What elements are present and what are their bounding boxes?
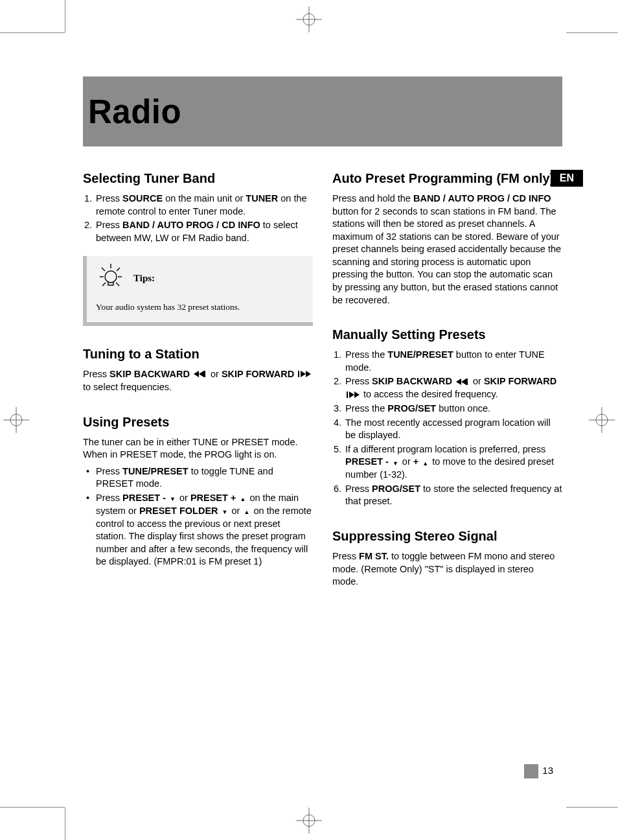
triangle-down-icon <box>170 492 176 505</box>
list-item: Press PROG/SET to store the selected fre… <box>344 483 562 508</box>
crop-mark <box>65 808 65 840</box>
svg-marker-21 <box>199 371 204 377</box>
chapter-title: Radio <box>88 93 181 131</box>
section-tuning-station: Tuning to a Station Press SKIP BACKWARD … <box>83 345 313 394</box>
svg-marker-30 <box>349 391 354 398</box>
list-item: Press the PROG/SET button once. <box>344 402 562 415</box>
registration-mark-bottom <box>296 808 322 834</box>
triangle-up-icon <box>244 505 249 518</box>
triangle-up-icon <box>240 492 246 505</box>
paragraph: Press SKIP BACKWARD or SKIP FORWARD to s… <box>83 368 313 394</box>
crop-mark <box>566 32 618 33</box>
svg-rect-23 <box>298 371 299 377</box>
crop-mark <box>566 807 618 808</box>
list-item: Press TUNE/PRESET to toggle TUNE and PRE… <box>86 465 313 491</box>
list-item: The most recently accessed program locat… <box>344 417 562 442</box>
registration-mark-top <box>296 6 322 32</box>
section-auto-preset: Auto Preset Programming (FM only) Press … <box>332 170 562 307</box>
svg-marker-26 <box>456 379 461 385</box>
list-item: Press BAND / AUTO PROG / CD INFO to sele… <box>95 219 313 244</box>
tips-label: Tips: <box>133 272 155 285</box>
heading-auto-preset: Auto Preset Programming (FM only) <box>332 170 562 187</box>
language-tag: EN <box>551 170 583 187</box>
triangle-down-icon <box>222 505 228 518</box>
heading-selecting: Selecting Tuner Band <box>83 170 313 187</box>
section-selecting-tuner-band: Selecting Tuner Band Press SOURCE on the… <box>83 170 313 326</box>
left-column: Selecting Tuner Band Press SOURCE on the… <box>83 167 313 608</box>
svg-line-15 <box>117 268 120 271</box>
skip-backward-icon <box>456 376 469 389</box>
list-item: Press SOURCE on the main unit or TUNER o… <box>95 192 313 218</box>
right-column: Auto Preset Programming (FM only) Press … <box>332 167 562 608</box>
svg-rect-29 <box>347 391 348 398</box>
skip-forward-icon <box>298 368 311 381</box>
section-suppressing-stereo: Suppressing Stereo Signal Press FM ST. t… <box>332 528 562 589</box>
registration-mark-left <box>3 407 29 433</box>
paragraph: Press FM ST. to toggle between FM mono a… <box>332 550 562 589</box>
list-item: If a different program location is prefe… <box>344 443 562 482</box>
svg-line-18 <box>102 283 106 286</box>
crop-mark <box>0 32 65 33</box>
svg-marker-24 <box>301 371 306 377</box>
page-number-box-icon <box>524 764 538 778</box>
svg-point-12 <box>105 271 117 283</box>
heading-using-presets: Using Presets <box>83 414 313 431</box>
chapter-banner: Radio <box>83 76 562 146</box>
svg-marker-31 <box>354 391 360 398</box>
svg-marker-27 <box>461 379 466 385</box>
page-content: Radio EN Selecting Tuner Band Press SOUR… <box>83 76 562 608</box>
page-number: 13 <box>524 764 553 778</box>
svg-rect-28 <box>466 379 468 385</box>
skip-backward-icon <box>194 368 207 381</box>
paragraph: The tuner can be in either TUNE or PRESE… <box>83 436 313 461</box>
heading-suppressing: Suppressing Stereo Signal <box>332 528 562 545</box>
crop-mark <box>65 0 65 32</box>
paragraph: Press and hold the BAND / AUTO PROG / CD… <box>332 192 562 307</box>
section-manual-presets: Manually Setting Presets Press the TUNE/… <box>332 326 562 508</box>
crop-mark <box>0 807 65 808</box>
heading-manual-presets: Manually Setting Presets <box>332 326 562 344</box>
section-using-presets: Using Presets The tuner can be in either… <box>83 414 313 568</box>
svg-marker-20 <box>194 371 199 377</box>
svg-marker-25 <box>306 371 311 377</box>
lightbulb-icon <box>96 261 126 295</box>
list-item: Press PRESET - or PRESET + on the main s… <box>86 492 313 568</box>
svg-line-14 <box>102 268 105 271</box>
tips-text: Your audio system has 32 preset stations… <box>96 301 304 313</box>
svg-line-19 <box>116 283 119 286</box>
heading-tuning: Tuning to a Station <box>83 345 313 363</box>
list-item: Press the TUNE/PRESET button to enter TU… <box>344 349 562 374</box>
triangle-up-icon <box>422 456 428 469</box>
registration-mark-right <box>589 407 615 433</box>
tips-box: Tips: Your audio system has 32 preset st… <box>83 256 313 326</box>
skip-forward-icon <box>347 389 360 402</box>
svg-rect-22 <box>204 371 205 377</box>
list-item: Press SKIP BACKWARD or SKIP FORWARD to a… <box>344 375 562 401</box>
triangle-down-icon <box>393 456 398 469</box>
